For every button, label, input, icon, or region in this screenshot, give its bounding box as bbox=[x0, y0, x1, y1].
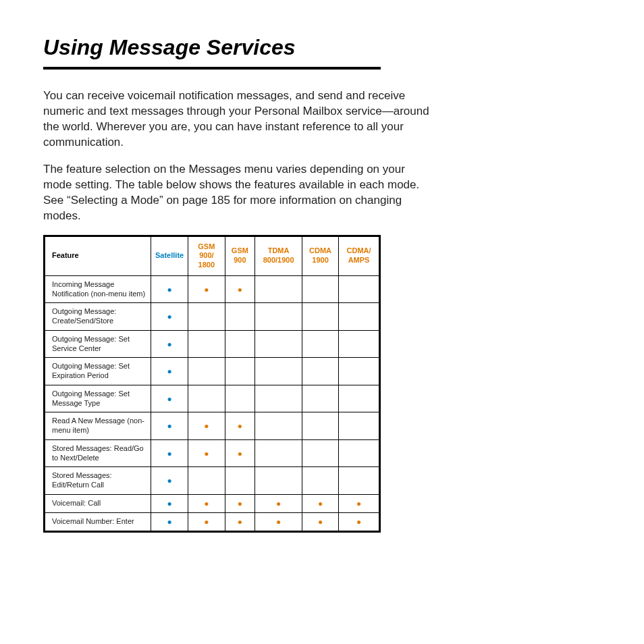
feature-table: Feature Satellite GSM 900/ 1800 GSM 900 … bbox=[43, 235, 381, 533]
dot-orange-icon: ● bbox=[238, 421, 242, 431]
dot-orange-icon: ● bbox=[238, 285, 242, 294]
feature-dot-cell: ● bbox=[151, 385, 188, 412]
feature-dot-cell: ● bbox=[188, 439, 225, 467]
table-row: Stored Messages: Read/Go to Next/Delete●… bbox=[45, 439, 380, 467]
feature-name-cell: Voicemail: Call bbox=[45, 494, 151, 512]
feature-dot-cell bbox=[188, 358, 225, 385]
feature-dot-cell bbox=[302, 439, 338, 467]
header-gsm-900: GSM 900 bbox=[225, 236, 255, 275]
feature-dot-cell: ● bbox=[151, 303, 188, 331]
header-cdma: CDMA 1900 bbox=[302, 236, 338, 275]
page-title: Using Message Services bbox=[43, 35, 601, 60]
feature-dot-cell: ● bbox=[302, 494, 338, 512]
feature-dot-cell bbox=[255, 467, 302, 495]
dot-blue-icon: ● bbox=[167, 312, 171, 321]
header-gsm-900-1800: GSM 900/ 1800 bbox=[188, 236, 225, 275]
feature-dot-cell: ● bbox=[225, 275, 255, 303]
feature-dot-cell: ● bbox=[188, 494, 225, 512]
dot-orange-icon: ● bbox=[356, 499, 361, 508]
feature-dot-cell bbox=[339, 467, 380, 495]
feature-dot-cell: ● bbox=[225, 512, 255, 531]
feature-dot-cell: ● bbox=[302, 512, 338, 531]
feature-dot-cell: ● bbox=[255, 512, 302, 531]
feature-dot-cell bbox=[225, 385, 255, 412]
dot-orange-icon: ● bbox=[204, 449, 209, 458]
table-row: Voicemail: Call●●●●●● bbox=[45, 494, 380, 512]
dot-blue-icon: ● bbox=[167, 476, 171, 485]
feature-dot-cell: ● bbox=[151, 275, 188, 303]
feature-dot-cell: ● bbox=[151, 330, 188, 358]
title-rule bbox=[43, 67, 381, 70]
table-row: Stored Messages: Edit/Return Call● bbox=[45, 467, 380, 495]
feature-dot-cell: ● bbox=[255, 494, 302, 512]
dot-blue-icon: ● bbox=[167, 449, 171, 458]
feature-name-cell: Incoming Message Notification (non-menu … bbox=[45, 275, 151, 303]
feature-dot-cell bbox=[339, 439, 380, 467]
dot-blue-icon: ● bbox=[167, 421, 171, 431]
dot-orange-icon: ● bbox=[276, 517, 281, 527]
feature-dot-cell bbox=[225, 467, 255, 495]
feature-dot-cell bbox=[255, 385, 302, 412]
dot-orange-icon: ● bbox=[204, 421, 209, 431]
feature-dot-cell: ● bbox=[225, 412, 255, 440]
feature-dot-cell bbox=[339, 330, 380, 358]
table-row: Voicemail Number: Enter●●●●●● bbox=[45, 512, 380, 531]
dot-orange-icon: ● bbox=[356, 517, 361, 527]
feature-dot-cell bbox=[255, 275, 302, 303]
feature-dot-cell bbox=[339, 275, 380, 303]
feature-dot-cell: ● bbox=[188, 512, 225, 531]
feature-dot-cell: ● bbox=[339, 494, 380, 512]
dot-blue-icon: ● bbox=[167, 499, 171, 508]
feature-dot-cell bbox=[225, 330, 255, 358]
table-row: Outgoing Message: Set Service Center● bbox=[45, 330, 380, 358]
feature-name-cell: Outgoing Message: Set Message Type bbox=[45, 385, 151, 412]
feature-dot-cell: ● bbox=[151, 358, 188, 385]
feature-dot-cell: ● bbox=[339, 512, 380, 531]
header-satellite: Satellite bbox=[151, 236, 188, 275]
feature-dot-cell bbox=[255, 358, 302, 385]
feature-dot-cell bbox=[188, 385, 225, 412]
table-header-row: Feature Satellite GSM 900/ 1800 GSM 900 … bbox=[45, 236, 380, 275]
dot-blue-icon: ● bbox=[167, 340, 171, 349]
feature-dot-cell bbox=[302, 412, 338, 440]
feature-dot-cell bbox=[255, 330, 302, 358]
header-feature: Feature bbox=[45, 236, 151, 275]
table-row: Outgoing Message: Create/Send/Store● bbox=[45, 303, 380, 331]
dot-orange-icon: ● bbox=[276, 499, 281, 508]
feature-dot-cell: ● bbox=[151, 439, 188, 467]
dot-orange-icon: ● bbox=[238, 499, 242, 508]
feature-dot-cell: ● bbox=[225, 439, 255, 467]
feature-dot-cell: ● bbox=[151, 494, 188, 512]
feature-name-cell: Read A New Message (non-menu item) bbox=[45, 412, 151, 440]
feature-dot-cell bbox=[339, 303, 380, 331]
feature-dot-cell bbox=[302, 330, 338, 358]
feature-name-cell: Outgoing Message: Set Expiration Period bbox=[45, 358, 151, 385]
dot-orange-icon: ● bbox=[238, 449, 242, 458]
dot-blue-icon: ● bbox=[167, 517, 171, 527]
feature-name-cell: Stored Messages: Edit/Return Call bbox=[45, 467, 151, 495]
dot-blue-icon: ● bbox=[167, 367, 171, 376]
feature-name-cell: Outgoing Message: Set Service Center bbox=[45, 330, 151, 358]
feature-dot-cell: ● bbox=[151, 512, 188, 531]
feature-dot-cell: ● bbox=[188, 412, 225, 440]
dot-orange-icon: ● bbox=[204, 517, 209, 527]
dot-blue-icon: ● bbox=[167, 285, 171, 294]
document-page: Using Message Services You can receive v… bbox=[0, 0, 644, 533]
table-row: Outgoing Message: Set Expiration Period● bbox=[45, 358, 380, 385]
feature-dot-cell bbox=[255, 412, 302, 440]
intro-paragraph-1: You can receive voicemail notification m… bbox=[43, 88, 435, 151]
feature-name-cell: Outgoing Message: Create/Send/Store bbox=[45, 303, 151, 331]
dot-orange-icon: ● bbox=[238, 517, 242, 527]
dot-orange-icon: ● bbox=[204, 499, 209, 508]
feature-dot-cell bbox=[188, 467, 225, 495]
feature-dot-cell bbox=[225, 303, 255, 331]
feature-dot-cell bbox=[302, 303, 338, 331]
dot-orange-icon: ● bbox=[204, 285, 209, 294]
feature-dot-cell bbox=[188, 303, 225, 331]
feature-dot-cell bbox=[225, 358, 255, 385]
feature-dot-cell bbox=[188, 330, 225, 358]
feature-dot-cell: ● bbox=[151, 467, 188, 495]
feature-dot-cell bbox=[302, 358, 338, 385]
header-cdma-amps: CDMA/ AMPS bbox=[339, 236, 380, 275]
feature-dot-cell: ● bbox=[188, 275, 225, 303]
